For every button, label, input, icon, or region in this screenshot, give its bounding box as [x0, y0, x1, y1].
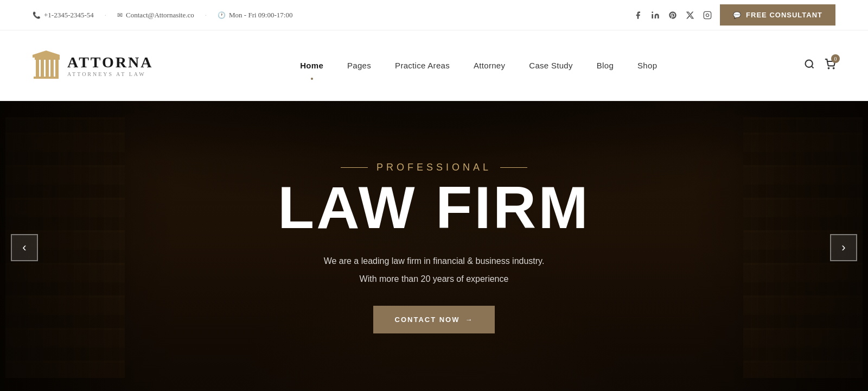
- cart-icon[interactable]: 0: [825, 59, 835, 72]
- svg-rect-2: [704, 11, 711, 18]
- logo-tagline: ATTORNEYS AT LAW: [67, 71, 153, 77]
- separator-1: ·: [105, 11, 106, 20]
- nav-item-home[interactable]: Home: [288, 55, 335, 75]
- nav-link-blog[interactable]: Blog: [585, 55, 626, 75]
- linkedin-icon[interactable]: [650, 10, 660, 20]
- phone-number: +1-2345-2345-54: [44, 11, 94, 20]
- nav-link-shop[interactable]: Shop: [626, 55, 669, 75]
- nav-actions: 0: [804, 59, 835, 72]
- logo[interactable]: ATTORNA ATTORNEYS AT LAW: [33, 51, 153, 80]
- carousel-prev-button[interactable]: ‹: [11, 234, 38, 261]
- pinterest-icon[interactable]: [668, 10, 678, 20]
- svg-rect-9: [55, 59, 59, 77]
- svg-rect-4: [34, 77, 59, 79]
- nav-item-attorney[interactable]: Attorney: [462, 55, 517, 75]
- navbar: ATTORNA ATTORNEYS AT LAW Home Pages Prac…: [0, 30, 868, 101]
- hero-subtitle: PROFESSIONAL: [278, 162, 590, 173]
- nav-item-blog[interactable]: Blog: [585, 55, 626, 75]
- nav-link-attorney[interactable]: Attorney: [462, 55, 517, 75]
- svg-rect-12: [44, 58, 50, 60]
- logo-name: ATTORNA: [67, 54, 153, 71]
- instagram-icon[interactable]: [703, 10, 712, 20]
- free-consultant-button[interactable]: FREE CONSULTANT: [720, 4, 835, 26]
- top-bar-contact-info: +1-2345-2345-54 · Contact@Attornasite.co…: [33, 11, 292, 20]
- svg-rect-8: [50, 59, 54, 77]
- hero-description-2: With more than 20 years of experience: [278, 272, 590, 286]
- hero-section: ‹ › PROFESSIONAL LAW FIRM We are a leadi…: [0, 101, 868, 391]
- svg-rect-0: [652, 14, 653, 18]
- nav-link-case-study[interactable]: Case Study: [517, 55, 585, 75]
- svg-rect-7: [46, 59, 49, 77]
- twitter-icon[interactable]: [685, 10, 695, 20]
- top-bar-right: FREE CONSULTANT: [633, 4, 835, 26]
- business-hours: Mon - Fri 09:00-17:00: [229, 11, 292, 20]
- svg-rect-14: [54, 58, 60, 60]
- nav-item-practice-areas[interactable]: Practice Areas: [383, 55, 462, 75]
- contact-now-button[interactable]: CONTACT NOW →: [373, 306, 495, 333]
- svg-rect-13: [49, 58, 55, 60]
- svg-point-20: [833, 68, 834, 69]
- nav-links: Home Pages Practice Areas Attorney Case …: [288, 55, 669, 75]
- phone-item: +1-2345-2345-54: [33, 11, 94, 20]
- hero-title: LAW FIRM: [278, 178, 590, 237]
- nav-item-pages[interactable]: Pages: [335, 55, 383, 75]
- svg-rect-5: [36, 59, 39, 77]
- carousel-next-button[interactable]: ›: [830, 234, 857, 261]
- svg-point-1: [652, 11, 653, 13]
- arrow-right-icon: →: [465, 316, 473, 324]
- svg-rect-15: [33, 55, 60, 58]
- chat-icon: [733, 11, 742, 19]
- top-bar: +1-2345-2345-54 · Contact@Attornasite.co…: [0, 0, 868, 30]
- svg-point-17: [806, 60, 813, 67]
- svg-line-18: [812, 66, 814, 68]
- nav-link-practice-areas[interactable]: Practice Areas: [383, 55, 462, 75]
- phone-icon: [33, 11, 41, 20]
- hero-content: PROFESSIONAL LAW FIRM We are a leading l…: [278, 162, 590, 333]
- mail-icon: [117, 11, 123, 20]
- facebook-icon[interactable]: [633, 10, 643, 20]
- svg-point-19: [828, 68, 829, 69]
- nav-link-pages[interactable]: Pages: [335, 55, 383, 75]
- hero-description-1: We are a leading law firm in financial &…: [278, 254, 590, 268]
- svg-rect-11: [40, 58, 45, 60]
- svg-marker-16: [33, 51, 60, 55]
- cart-badge: 0: [831, 54, 840, 63]
- contact-now-label: CONTACT NOW: [395, 316, 460, 324]
- separator-2: ·: [205, 11, 207, 20]
- logo-text: ATTORNA ATTORNEYS AT LAW: [67, 54, 153, 77]
- email-item: Contact@Attornasite.co: [117, 11, 194, 20]
- hero-cta: CONTACT NOW →: [278, 306, 590, 333]
- email-address: Contact@Attornasite.co: [126, 11, 194, 20]
- hours-item: Mon - Fri 09:00-17:00: [218, 11, 292, 20]
- free-consultant-label: FREE CONSULTANT: [746, 11, 822, 19]
- nav-item-case-study[interactable]: Case Study: [517, 55, 585, 75]
- logo-icon: [33, 51, 60, 80]
- clock-icon: [218, 11, 226, 20]
- nav-link-home[interactable]: Home: [288, 55, 335, 75]
- nav-item-shop[interactable]: Shop: [626, 55, 669, 75]
- svg-rect-10: [35, 58, 40, 60]
- search-icon[interactable]: [804, 59, 815, 72]
- svg-rect-6: [41, 59, 44, 77]
